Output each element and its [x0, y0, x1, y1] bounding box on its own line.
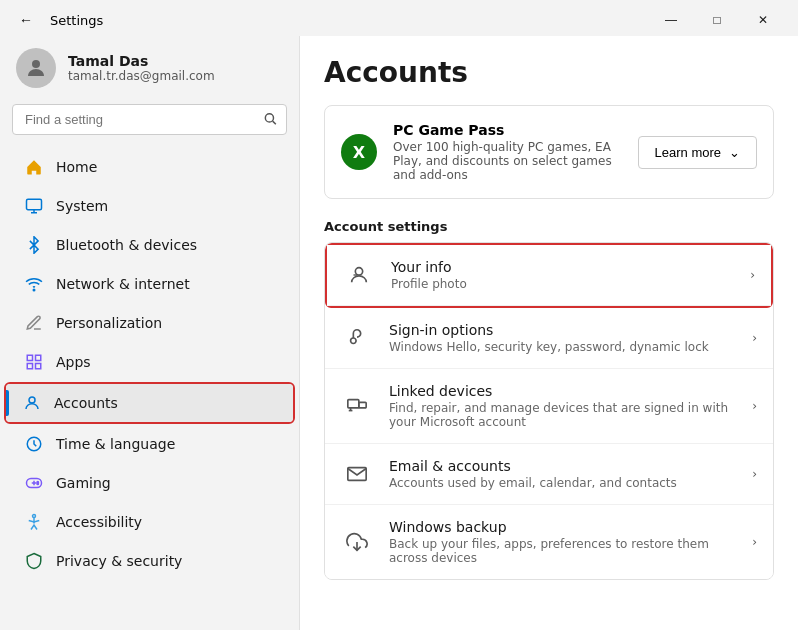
- svg-rect-23: [348, 400, 359, 408]
- learn-more-button[interactable]: Learn more ⌄: [638, 136, 757, 169]
- maximize-button[interactable]: □: [694, 5, 740, 35]
- promo-text: PC Game Pass Over 100 high-quality PC ga…: [393, 122, 622, 182]
- window-controls: — □ ✕: [648, 5, 786, 35]
- promo-card: X PC Game Pass Over 100 high-quality PC …: [324, 105, 774, 199]
- sidebar-item-apps-label: Apps: [56, 354, 91, 370]
- minimize-button[interactable]: —: [648, 5, 694, 35]
- sidebar-item-bluetooth[interactable]: Bluetooth & devices: [8, 226, 291, 264]
- sidebar-item-network[interactable]: Network & internet: [8, 265, 291, 303]
- chevron-right-icon: ›: [752, 399, 757, 413]
- chevron-right-icon: ›: [752, 467, 757, 481]
- promo-title: PC Game Pass: [393, 122, 622, 138]
- backup-desc: Back up your files, apps, preferences to…: [389, 537, 736, 565]
- chevron-right-icon: ›: [750, 268, 755, 282]
- user-email: tamal.tr.das@gmail.com: [68, 69, 215, 83]
- sidebar-item-home[interactable]: Home: [8, 148, 291, 186]
- back-button[interactable]: ←: [12, 6, 40, 34]
- settings-item-email[interactable]: Email & accounts Accounts used by email,…: [325, 444, 773, 505]
- sidebar-item-accessibility-label: Accessibility: [56, 514, 142, 530]
- svg-point-1: [265, 113, 273, 121]
- svg-rect-24: [359, 402, 366, 408]
- main-layout: Tamal Das tamal.tr.das@gmail.com Home: [0, 36, 798, 630]
- user-profile: Tamal Das tamal.tr.das@gmail.com: [0, 36, 299, 104]
- linked-devices-text: Linked devices Find, repair, and manage …: [389, 383, 736, 429]
- svg-line-2: [273, 121, 276, 124]
- sidebar-item-system-label: System: [56, 198, 108, 214]
- your-info-desc: Profile photo: [391, 277, 734, 291]
- content-area: Accounts X PC Game Pass Over 100 high-qu…: [300, 36, 798, 630]
- svg-point-17: [37, 483, 39, 485]
- home-icon: [24, 157, 44, 177]
- svg-rect-10: [36, 364, 41, 369]
- svg-rect-9: [27, 364, 32, 369]
- title-bar: ← Settings — □ ✕: [0, 0, 798, 36]
- sidebar-item-apps[interactable]: Apps: [8, 343, 291, 381]
- svg-point-6: [33, 289, 35, 291]
- settings-list: Your info Profile photo › Sign-in option…: [324, 242, 774, 580]
- bluetooth-icon: [24, 235, 44, 255]
- svg-point-19: [355, 268, 362, 275]
- sidebar-item-privacy[interactable]: Privacy & security: [8, 542, 291, 580]
- svg-point-0: [32, 60, 40, 68]
- sidebar-item-time[interactable]: Time & language: [8, 425, 291, 463]
- chevron-right-icon: ›: [752, 535, 757, 549]
- sidebar-item-accounts-label: Accounts: [54, 395, 118, 411]
- sidebar-item-time-label: Time & language: [56, 436, 175, 452]
- user-info: Tamal Das tamal.tr.das@gmail.com: [68, 53, 215, 83]
- your-info-icon: [343, 259, 375, 291]
- sidebar-item-accessibility[interactable]: Accessibility: [8, 503, 291, 541]
- close-button[interactable]: ✕: [740, 5, 786, 35]
- xbox-icon: X: [341, 134, 377, 170]
- promo-desc: Over 100 high-quality PC games, EA Play,…: [393, 140, 622, 182]
- chevron-down-icon: ⌄: [729, 145, 740, 160]
- linked-devices-icon: [341, 390, 373, 422]
- system-icon: [24, 196, 44, 216]
- email-desc: Accounts used by email, calendar, and co…: [389, 476, 736, 490]
- sidebar-item-system[interactable]: System: [8, 187, 291, 225]
- svg-point-18: [33, 515, 36, 518]
- chevron-right-icon: ›: [752, 331, 757, 345]
- svg-point-21: [351, 338, 357, 344]
- sidebar-item-personalization[interactable]: Personalization: [8, 304, 291, 342]
- sidebar-nav: Home System Bluetooth & devices: [0, 147, 299, 581]
- accounts-icon: [22, 393, 42, 413]
- svg-rect-8: [36, 355, 41, 360]
- sidebar-item-network-label: Network & internet: [56, 276, 190, 292]
- email-title: Email & accounts: [389, 458, 736, 474]
- search-input[interactable]: [12, 104, 287, 135]
- sidebar-item-home-label: Home: [56, 159, 97, 175]
- gaming-icon: [24, 473, 44, 493]
- linked-devices-desc: Find, repair, and manage devices that ar…: [389, 401, 736, 429]
- sidebar-item-bluetooth-label: Bluetooth & devices: [56, 237, 197, 253]
- sidebar-item-gaming[interactable]: Gaming: [8, 464, 291, 502]
- privacy-icon: [24, 551, 44, 571]
- section-title: Account settings: [324, 219, 774, 234]
- backup-title: Windows backup: [389, 519, 736, 535]
- signin-text: Sign-in options Windows Hello, security …: [389, 322, 736, 354]
- sidebar-item-gaming-label: Gaming: [56, 475, 111, 491]
- app-title: Settings: [50, 13, 103, 28]
- backup-text: Windows backup Back up your files, apps,…: [389, 519, 736, 565]
- title-bar-left: ← Settings: [12, 6, 103, 34]
- signin-icon: [341, 322, 373, 354]
- settings-item-your-info[interactable]: Your info Profile photo ›: [327, 245, 771, 306]
- search-icon: [263, 111, 277, 128]
- signin-desc: Windows Hello, security key, password, d…: [389, 340, 736, 354]
- page-title: Accounts: [324, 56, 774, 89]
- svg-rect-3: [27, 199, 42, 210]
- backup-icon: [341, 526, 373, 558]
- time-icon: [24, 434, 44, 454]
- avatar: [16, 48, 56, 88]
- settings-item-signin[interactable]: Sign-in options Windows Hello, security …: [325, 308, 773, 369]
- svg-point-11: [29, 397, 35, 403]
- signin-title: Sign-in options: [389, 322, 736, 338]
- user-name: Tamal Das: [68, 53, 215, 69]
- settings-item-linked-devices[interactable]: Linked devices Find, repair, and manage …: [325, 369, 773, 444]
- personalization-icon: [24, 313, 44, 333]
- sidebar-item-accounts[interactable]: Accounts: [6, 384, 293, 422]
- email-text: Email & accounts Accounts used by email,…: [389, 458, 736, 490]
- your-info-title: Your info: [391, 259, 734, 275]
- settings-item-backup[interactable]: Windows backup Back up your files, apps,…: [325, 505, 773, 579]
- apps-icon: [24, 352, 44, 372]
- your-info-text: Your info Profile photo: [391, 259, 734, 291]
